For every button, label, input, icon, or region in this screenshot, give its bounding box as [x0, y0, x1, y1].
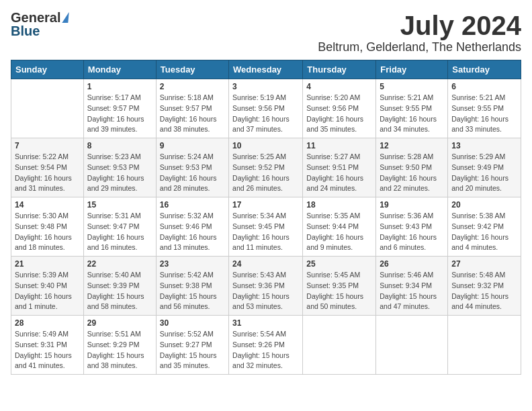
calendar-cell: 5Sunrise: 5:21 AMSunset: 9:55 PMDaylight…: [376, 79, 448, 138]
day-info: Sunrise: 5:34 AMSunset: 9:45 PMDaylight:…: [232, 211, 299, 253]
calendar-cell: 20Sunrise: 5:38 AMSunset: 9:42 PMDayligh…: [448, 197, 521, 257]
day-info: Sunrise: 5:51 AMSunset: 9:29 PMDaylight:…: [87, 329, 152, 371]
day-info: Sunrise: 5:42 AMSunset: 9:38 PMDaylight:…: [160, 270, 225, 312]
calendar-header-monday: Monday: [83, 60, 156, 79]
day-info: Sunrise: 5:22 AMSunset: 9:54 PMDaylight:…: [15, 152, 80, 194]
calendar-header-sunday: Sunday: [11, 60, 84, 79]
logo: General Blue: [11, 11, 69, 38]
calendar-header-wednesday: Wednesday: [229, 60, 303, 79]
calendar-cell: 3Sunrise: 5:19 AMSunset: 9:56 PMDaylight…: [229, 79, 303, 138]
calendar-cell: 6Sunrise: 5:21 AMSunset: 9:55 PMDaylight…: [448, 79, 521, 138]
calendar-cell: 26Sunrise: 5:46 AMSunset: 9:34 PMDayligh…: [376, 257, 448, 316]
calendar-cell: 7Sunrise: 5:22 AMSunset: 9:54 PMDaylight…: [11, 138, 84, 197]
calendar-table: SundayMondayTuesdayWednesdayThursdayFrid…: [11, 60, 521, 375]
day-info: Sunrise: 5:40 AMSunset: 9:39 PMDaylight:…: [87, 270, 152, 312]
day-info: Sunrise: 5:31 AMSunset: 9:47 PMDaylight:…: [87, 211, 152, 253]
day-number: 16: [160, 200, 225, 210]
day-number: 17: [232, 200, 299, 210]
day-info: Sunrise: 5:46 AMSunset: 9:34 PMDaylight:…: [380, 270, 444, 312]
day-number: 22: [87, 259, 152, 269]
day-number: 15: [87, 200, 152, 210]
location-title: Beltrum, Gelderland, The Netherlands: [318, 40, 521, 54]
day-info: Sunrise: 5:48 AMSunset: 9:32 PMDaylight:…: [451, 270, 517, 312]
calendar-cell: 12Sunrise: 5:28 AMSunset: 9:50 PMDayligh…: [376, 138, 448, 197]
day-info: Sunrise: 5:36 AMSunset: 9:43 PMDaylight:…: [380, 211, 444, 253]
calendar-cell: 10Sunrise: 5:25 AMSunset: 9:52 PMDayligh…: [229, 138, 303, 197]
day-info: Sunrise: 5:30 AMSunset: 9:48 PMDaylight:…: [15, 211, 80, 253]
calendar-week-row: 7Sunrise: 5:22 AMSunset: 9:54 PMDaylight…: [11, 138, 521, 197]
calendar-week-row: 14Sunrise: 5:30 AMSunset: 9:48 PMDayligh…: [11, 197, 521, 257]
calendar-header-friday: Friday: [376, 60, 448, 79]
day-number: 19: [380, 200, 444, 210]
calendar-cell: 22Sunrise: 5:40 AMSunset: 9:39 PMDayligh…: [83, 257, 156, 316]
logo-blue: Blue: [11, 24, 40, 38]
calendar-week-row: 21Sunrise: 5:39 AMSunset: 9:40 PMDayligh…: [11, 257, 521, 316]
calendar-cell: 16Sunrise: 5:32 AMSunset: 9:46 PMDayligh…: [156, 197, 228, 257]
day-number: 31: [232, 318, 299, 328]
day-number: 4: [306, 82, 372, 91]
day-number: 26: [380, 259, 444, 269]
calendar-header-saturday: Saturday: [448, 60, 521, 79]
day-info: Sunrise: 5:27 AMSunset: 9:51 PMDaylight:…: [306, 152, 372, 194]
day-info: Sunrise: 5:38 AMSunset: 9:42 PMDaylight:…: [451, 211, 517, 253]
day-number: 6: [451, 82, 517, 91]
calendar-cell: 15Sunrise: 5:31 AMSunset: 9:47 PMDayligh…: [83, 197, 156, 257]
day-number: 23: [160, 259, 225, 269]
calendar-cell: 23Sunrise: 5:42 AMSunset: 9:38 PMDayligh…: [156, 257, 228, 316]
day-info: Sunrise: 5:25 AMSunset: 9:52 PMDaylight:…: [232, 152, 299, 194]
day-number: 14: [15, 200, 80, 210]
calendar-cell: 21Sunrise: 5:39 AMSunset: 9:40 PMDayligh…: [11, 257, 84, 316]
day-number: 3: [232, 82, 299, 91]
calendar-header-tuesday: Tuesday: [156, 60, 228, 79]
calendar-cell: 31Sunrise: 5:54 AMSunset: 9:26 PMDayligh…: [229, 316, 303, 375]
calendar-cell: 19Sunrise: 5:36 AMSunset: 9:43 PMDayligh…: [376, 197, 448, 257]
day-info: Sunrise: 5:21 AMSunset: 9:55 PMDaylight:…: [451, 93, 517, 135]
day-info: Sunrise: 5:35 AMSunset: 9:44 PMDaylight:…: [306, 211, 372, 253]
day-info: Sunrise: 5:32 AMSunset: 9:46 PMDaylight:…: [160, 211, 225, 253]
calendar-header-row: SundayMondayTuesdayWednesdayThursdayFrid…: [11, 60, 521, 79]
day-number: 9: [160, 141, 225, 150]
day-number: 24: [232, 259, 299, 269]
day-number: 11: [306, 141, 372, 150]
day-info: Sunrise: 5:17 AMSunset: 9:57 PMDaylight:…: [87, 93, 152, 135]
calendar-cell: [11, 79, 84, 138]
day-info: Sunrise: 5:45 AMSunset: 9:35 PMDaylight:…: [306, 270, 372, 312]
calendar-cell: 1Sunrise: 5:17 AMSunset: 9:57 PMDaylight…: [83, 79, 156, 138]
calendar-cell: 24Sunrise: 5:43 AMSunset: 9:36 PMDayligh…: [229, 257, 303, 316]
calendar-cell: 9Sunrise: 5:24 AMSunset: 9:53 PMDaylight…: [156, 138, 228, 197]
calendar-week-row: 28Sunrise: 5:49 AMSunset: 9:31 PMDayligh…: [11, 316, 521, 375]
day-number: 27: [451, 259, 517, 269]
day-number: 1: [87, 82, 152, 91]
title-area: July 2024 Beltrum, Gelderland, The Nethe…: [318, 11, 521, 54]
day-info: Sunrise: 5:49 AMSunset: 9:31 PMDaylight:…: [15, 329, 80, 371]
calendar-cell: 13Sunrise: 5:29 AMSunset: 9:49 PMDayligh…: [448, 138, 521, 197]
day-info: Sunrise: 5:28 AMSunset: 9:50 PMDaylight:…: [380, 152, 444, 194]
day-number: 2: [160, 82, 225, 91]
calendar-cell: 25Sunrise: 5:45 AMSunset: 9:35 PMDayligh…: [303, 257, 376, 316]
calendar-cell: 11Sunrise: 5:27 AMSunset: 9:51 PMDayligh…: [303, 138, 376, 197]
day-info: Sunrise: 5:21 AMSunset: 9:55 PMDaylight:…: [380, 93, 444, 135]
calendar-header-thursday: Thursday: [303, 60, 376, 79]
day-info: Sunrise: 5:23 AMSunset: 9:53 PMDaylight:…: [87, 152, 152, 194]
calendar-cell: 28Sunrise: 5:49 AMSunset: 9:31 PMDayligh…: [11, 316, 84, 375]
calendar-cell: 2Sunrise: 5:18 AMSunset: 9:57 PMDaylight…: [156, 79, 228, 138]
logo-triangle-icon: [62, 12, 69, 23]
calendar-week-row: 1Sunrise: 5:17 AMSunset: 9:57 PMDaylight…: [11, 79, 521, 138]
day-info: Sunrise: 5:24 AMSunset: 9:53 PMDaylight:…: [160, 152, 225, 194]
calendar-cell: 29Sunrise: 5:51 AMSunset: 9:29 PMDayligh…: [83, 316, 156, 375]
calendar-cell: 8Sunrise: 5:23 AMSunset: 9:53 PMDaylight…: [83, 138, 156, 197]
day-number: 13: [451, 141, 517, 150]
month-title: July 2024: [318, 11, 521, 40]
calendar-cell: 30Sunrise: 5:52 AMSunset: 9:27 PMDayligh…: [156, 316, 228, 375]
calendar-cell: 27Sunrise: 5:48 AMSunset: 9:32 PMDayligh…: [448, 257, 521, 316]
day-number: 12: [380, 141, 444, 150]
day-info: Sunrise: 5:29 AMSunset: 9:49 PMDaylight:…: [451, 152, 517, 194]
day-number: 29: [87, 318, 152, 328]
day-number: 20: [451, 200, 517, 210]
day-info: Sunrise: 5:43 AMSunset: 9:36 PMDaylight:…: [232, 270, 299, 312]
calendar-cell: 18Sunrise: 5:35 AMSunset: 9:44 PMDayligh…: [303, 197, 376, 257]
calendar-cell: 4Sunrise: 5:20 AMSunset: 9:56 PMDaylight…: [303, 79, 376, 138]
day-number: 18: [306, 200, 372, 210]
logo-general: General: [11, 11, 60, 24]
calendar-cell: 17Sunrise: 5:34 AMSunset: 9:45 PMDayligh…: [229, 197, 303, 257]
